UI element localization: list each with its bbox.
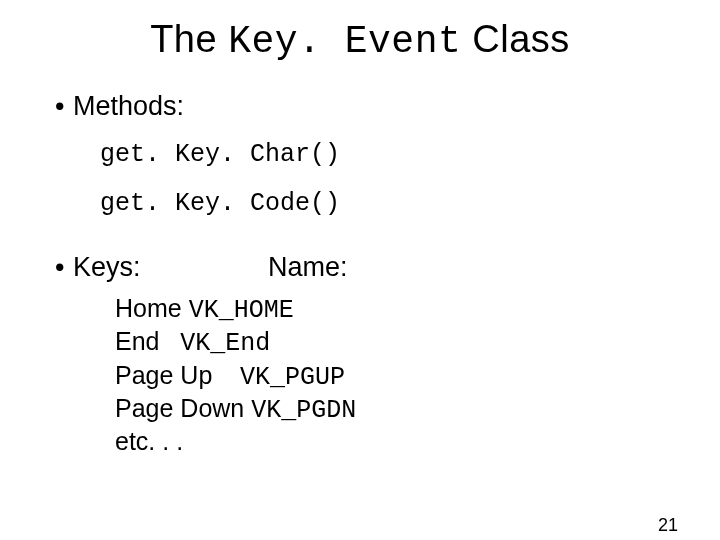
key-row-5: etc. . .: [115, 426, 720, 457]
bullet-methods: •Methods:: [55, 91, 720, 122]
keys-label: Keys:: [73, 252, 141, 283]
methods-label: Methods:: [73, 91, 184, 121]
key-row-2: End VK_End: [115, 326, 720, 359]
method-2: get. Key. Code(): [100, 189, 720, 218]
title-mono: Key. Event: [228, 20, 461, 63]
key-const: VK_End: [180, 329, 270, 358]
title-pre: The: [150, 18, 228, 60]
key-name: Page Down: [115, 394, 244, 422]
bullet-keys: •Keys: Name:: [55, 252, 720, 283]
key-const: VK_HOME: [189, 296, 294, 325]
key-const: VK_PGDN: [251, 396, 356, 425]
key-name: etc. . .: [115, 427, 183, 455]
title-post: Class: [461, 18, 570, 60]
key-name: End: [115, 327, 159, 355]
key-const: VK_PGUP: [240, 363, 345, 392]
key-row-4: Page Down VK_PGDN: [115, 393, 720, 426]
key-row-3: Page Up VK_PGUP: [115, 360, 720, 393]
page-number: 21: [658, 515, 678, 536]
slide-title: The Key. Event Class: [0, 18, 720, 63]
name-label: Name:: [268, 252, 348, 283]
bullet-dot-icon: •: [55, 91, 73, 122]
key-name: Home: [115, 294, 182, 322]
slide: The Key. Event Class •Methods: get. Key.…: [0, 18, 720, 540]
method-1: get. Key. Char(): [100, 140, 720, 169]
bullet-dot-icon: •: [55, 252, 73, 283]
key-name: Page Up: [115, 361, 212, 389]
key-row-1: Home VK_HOME: [115, 293, 720, 326]
